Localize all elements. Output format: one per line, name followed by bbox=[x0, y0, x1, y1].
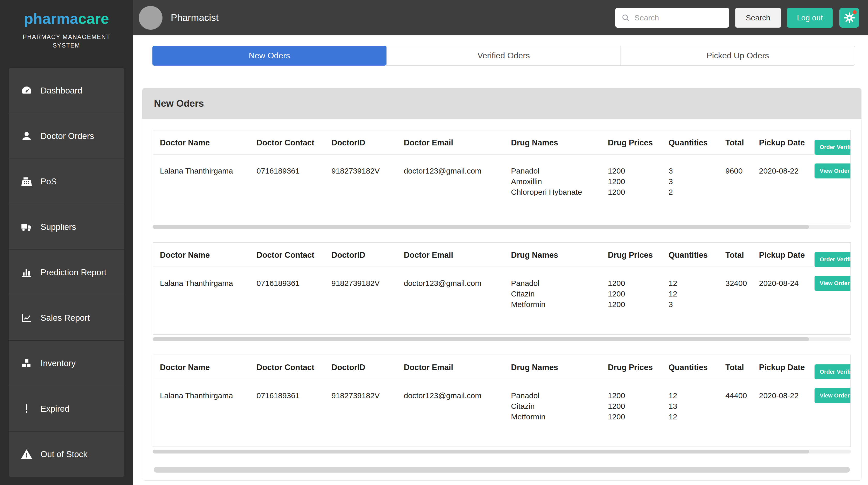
col-doctor-contact: Doctor Contact bbox=[256, 243, 332, 266]
col-doctor-name: Doctor Name bbox=[153, 243, 256, 266]
sidebar-item-out-of-stock[interactable]: Out of Stock bbox=[9, 431, 124, 477]
drug-prices: 1200 1200 1200 bbox=[608, 267, 669, 334]
panel-horizontal-scrollbar[interactable] bbox=[154, 467, 850, 473]
table-horizontal-scrollbar[interactable] bbox=[153, 225, 851, 229]
sidebar-item-label: Doctor Orders bbox=[40, 131, 94, 141]
tab-picked-up-orders[interactable]: Picked Up Oders bbox=[621, 46, 855, 66]
logout-button[interactable]: Log out bbox=[787, 8, 833, 28]
drug-price: 1200 bbox=[608, 401, 664, 411]
drug-price: 1200 bbox=[608, 176, 664, 187]
col-quantities: Quantities bbox=[669, 130, 725, 154]
sidebar-item-label: Out of Stock bbox=[40, 449, 88, 459]
line-chart-icon bbox=[21, 312, 33, 324]
panel-title: New Oders bbox=[142, 88, 861, 119]
brand-tagline-line2: SYSTEM bbox=[0, 41, 133, 50]
col-doctor-name: Doctor Name bbox=[153, 130, 256, 154]
order-table-3: Doctor Name Doctor Contact DoctorID Doct… bbox=[153, 355, 851, 453]
col-doctor-id: DoctorID bbox=[332, 355, 404, 379]
col-doctor-id: DoctorID bbox=[332, 130, 404, 154]
order-total: 9600 bbox=[725, 155, 759, 222]
user-role-label: Pharmacist bbox=[171, 12, 219, 23]
drug-names: Panadol Citazin Metformin bbox=[511, 379, 608, 447]
boxes-icon bbox=[21, 357, 33, 369]
sidebar-item-inventory[interactable]: Inventory bbox=[9, 341, 124, 386]
doctor-name: Lalana Thanthirgama bbox=[153, 155, 256, 222]
pos-icon bbox=[21, 175, 33, 188]
settings-button[interactable] bbox=[839, 8, 859, 28]
sidebar-item-label: Prediction Report bbox=[40, 267, 106, 278]
sidebar-item-pos[interactable]: PoS bbox=[9, 159, 124, 204]
dashboard-icon bbox=[21, 85, 33, 97]
sidebar-item-dashboard[interactable]: Dashboard bbox=[9, 68, 124, 114]
drug-price: 1200 bbox=[608, 278, 664, 288]
sidebar: pharmacare PHARMACY MANAGEMENT SYSTEM Da… bbox=[0, 0, 133, 485]
panel-body: Doctor Name Doctor Contact DoctorID Doct… bbox=[142, 119, 861, 480]
drug-price: 1200 bbox=[608, 390, 664, 401]
drug-names: Panadol Amoxillin Chloroperi Hybanate bbox=[511, 155, 608, 222]
drug-prices: 1200 1200 1200 bbox=[608, 155, 669, 222]
table-header-row: Doctor Name Doctor Contact DoctorID Doct… bbox=[153, 130, 850, 155]
doctor-email: doctor123@gmail.com bbox=[404, 267, 511, 334]
search-input[interactable] bbox=[634, 13, 723, 22]
quantity: 3 bbox=[669, 299, 721, 310]
doctor-contact: 0716189361 bbox=[256, 155, 332, 222]
drug-name: Amoxillin bbox=[511, 176, 603, 187]
view-order-button[interactable]: View Order bbox=[814, 388, 851, 403]
drug-price: 1200 bbox=[608, 166, 664, 176]
sidebar-item-sales-report[interactable]: Sales Report bbox=[9, 295, 124, 341]
brand-logo-primary: pharma bbox=[24, 10, 78, 27]
order-table-2: Doctor Name Doctor Contact DoctorID Doct… bbox=[153, 242, 851, 341]
sidebar-item-label: Sales Report bbox=[40, 313, 90, 323]
brand-logo: pharmacare bbox=[0, 0, 133, 27]
col-doctor-contact: Doctor Contact bbox=[256, 355, 332, 379]
col-drug-names: Drug Names bbox=[511, 355, 608, 379]
doctor-email: doctor123@gmail.com bbox=[404, 155, 511, 222]
col-total: Total bbox=[725, 130, 759, 154]
table-header-row: Doctor Name Doctor Contact DoctorID Doct… bbox=[153, 243, 850, 267]
doctor-id: 9182739182V bbox=[332, 379, 404, 447]
tab-verified-orders[interactable]: Verified Oders bbox=[386, 46, 621, 66]
search-button[interactable]: Search bbox=[735, 8, 781, 28]
order-total: 32400 bbox=[725, 267, 759, 334]
sidebar-item-doctor-orders[interactable]: Doctor Orders bbox=[9, 114, 124, 159]
brand-tagline: PHARMACY MANAGEMENT SYSTEM bbox=[0, 33, 133, 50]
sidebar-item-label: Expired bbox=[40, 404, 69, 414]
view-order-button[interactable]: View Order bbox=[814, 163, 851, 179]
table-horizontal-scrollbar[interactable] bbox=[153, 450, 851, 453]
tab-new-orders[interactable]: New Oders bbox=[152, 46, 386, 66]
quantity: 3 bbox=[669, 176, 721, 187]
sidebar-item-suppliers[interactable]: Suppliers bbox=[9, 204, 124, 250]
doctor-id: 9182739182V bbox=[332, 267, 404, 334]
quantity: 12 bbox=[669, 288, 721, 299]
sidebar-item-prediction-report[interactable]: Prediction Report bbox=[9, 250, 124, 295]
quantity: 12 bbox=[669, 390, 721, 401]
order-verified-button[interactable]: Order Verified bbox=[814, 364, 851, 379]
col-drug-names: Drug Names bbox=[511, 243, 608, 266]
search-icon bbox=[621, 13, 630, 23]
col-doctor-email: Doctor Email bbox=[404, 243, 511, 266]
order-verified-button[interactable]: Order Verified bbox=[814, 252, 851, 267]
main-column: Pharmacist Search Log out bbox=[133, 0, 868, 485]
app-root: pharmacare PHARMACY MANAGEMENT SYSTEM Da… bbox=[0, 0, 868, 485]
user-avatar[interactable] bbox=[139, 6, 162, 30]
drug-name: Panadol bbox=[511, 278, 603, 288]
table-horizontal-scrollbar[interactable] bbox=[153, 337, 851, 341]
col-doctor-contact: Doctor Contact bbox=[256, 130, 332, 154]
drug-name: Citazin bbox=[511, 401, 603, 411]
exclamation-icon bbox=[21, 402, 33, 415]
order-verified-button[interactable]: Order Verified bbox=[814, 140, 851, 155]
view-order-button[interactable]: View Order bbox=[814, 276, 851, 291]
topbar: Pharmacist Search Log out bbox=[133, 0, 868, 35]
order-table-wrap: Doctor Name Doctor Contact DoctorID Doct… bbox=[153, 242, 851, 335]
doctor-contact: 0716189361 bbox=[256, 379, 332, 447]
scrollbar-thumb[interactable] bbox=[153, 450, 809, 453]
sidebar-item-expired[interactable]: Expired bbox=[9, 386, 124, 431]
order-row: Lalana Thanthirgama 0716189361 918273918… bbox=[153, 267, 850, 334]
doctor-contact: 0716189361 bbox=[256, 267, 332, 334]
scrollbar-thumb[interactable] bbox=[153, 225, 809, 229]
quantity: 2 bbox=[669, 187, 721, 197]
quantities: 3 3 2 bbox=[669, 155, 725, 222]
scrollbar-thumb[interactable] bbox=[153, 337, 809, 341]
main-content: New Oders Verified Oders Picked Up Oders… bbox=[133, 35, 868, 485]
doctor-id: 9182739182V bbox=[332, 155, 404, 222]
